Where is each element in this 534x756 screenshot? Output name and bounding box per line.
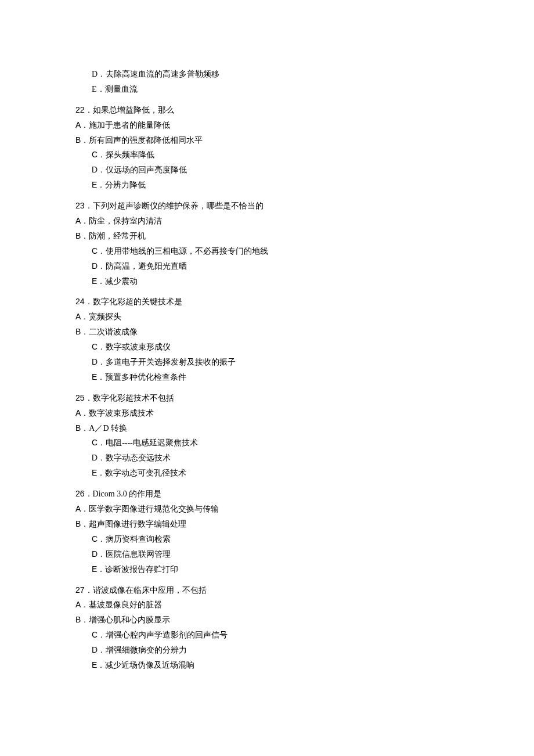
question-22: 22．如果总增益降低，那么A．施加于患者的能量降低B．所有回声的强度都降低相同水… <box>75 103 459 193</box>
option-b: B．所有回声的强度都降低相同水平 <box>75 133 459 148</box>
question-number: 24． <box>75 297 93 306</box>
question-stem-text: 数字化彩超技术不包括 <box>93 394 174 402</box>
option-label: B． <box>75 327 89 336</box>
option-label: A． <box>75 408 89 417</box>
option-text: 增强心肌和心内膜显示 <box>89 615 170 624</box>
option-a: A．施加于患者的能量降低 <box>75 118 459 133</box>
option-text: 减少近场伪像及近场混响 <box>105 661 194 669</box>
option-text: 探头频率降低 <box>106 150 154 159</box>
option-label: A． <box>75 120 89 129</box>
question-stem-text: 下列对超声诊断仪的维护保养，哪些是不恰当的 <box>93 201 264 210</box>
option-b: B．二次谐波成像 <box>75 325 459 340</box>
option-label: A． <box>75 600 89 609</box>
option-label: D． <box>92 645 106 654</box>
question-number: 22． <box>75 105 93 114</box>
option-text: 数字或波束形成仪 <box>106 343 171 351</box>
option-text: 多道电子开关选择发射及接收的振子 <box>106 358 236 366</box>
option-label: D． <box>92 549 106 559</box>
question-25: 25．数字化彩超技术不包括A．数字波束形成技术B．A／D 转换C．电阻----电… <box>75 391 459 481</box>
question-number: 25． <box>75 393 93 402</box>
option-e: E．减少震动 <box>75 274 459 289</box>
option-e: E．分辨力降低 <box>75 178 459 193</box>
option-highlight: C．电阻----电感延迟聚焦技 <box>92 438 190 447</box>
option-c: C．电阻----电感延迟聚焦技术 <box>75 435 459 451</box>
option-text: 防潮，经常开机 <box>89 232 146 240</box>
option-text: 增强细微病变的分辨力 <box>106 646 187 654</box>
option-label: B． <box>75 231 89 240</box>
option-b: B．超声图像进行数字编辑处理 <box>75 517 459 532</box>
question-number: 27． <box>75 585 93 595</box>
option-text: 预置多种优化检查条件 <box>105 373 186 381</box>
option-label: D． <box>92 261 106 271</box>
option-e: E．测量血流 <box>75 82 459 97</box>
option-text: 二次谐波成像 <box>89 327 138 336</box>
option-label: A． <box>75 216 89 225</box>
option-label: A． <box>75 504 89 513</box>
option-label: C． <box>92 534 106 543</box>
option-label: D． <box>92 357 106 366</box>
option-d: D．去除高速血流的高速多普勒频移 <box>75 67 459 82</box>
option-text: 医院信息联网管理 <box>106 550 171 559</box>
question-stem: 22．如果总增益降低，那么 <box>75 103 459 118</box>
question-stem: 25．数字化彩超技术不包括 <box>75 391 459 406</box>
option-label: D． <box>92 453 106 462</box>
option-text: 宽频探头 <box>89 312 121 321</box>
option-text: 减少震动 <box>105 277 138 286</box>
option-label: B． <box>75 423 89 433</box>
option-text: 基波显像良好的脏器 <box>89 600 162 609</box>
option-e: E．诊断波报告存贮打印 <box>75 562 459 577</box>
option-b: B．增强心肌和心内膜显示 <box>75 613 459 628</box>
option-d: D．数字动态变远技术 <box>75 451 459 466</box>
option-text: 数字动态变远技术 <box>106 453 171 462</box>
option-text: 超声图像进行数字编辑处理 <box>89 520 186 528</box>
option-highlight: C．数字或波束形成仪 <box>92 343 171 351</box>
question-number: 23． <box>75 201 93 210</box>
option-e: E．数字动态可变孔径技术 <box>75 466 459 481</box>
option-c: C．增强心腔内声学造影剂的回声信号 <box>75 628 459 643</box>
option-d: D．医院信息联网管理 <box>75 547 459 562</box>
option-c: C．探头频率降低 <box>75 147 459 163</box>
option-text: 所有回声的强度都降低相同水平 <box>89 136 203 145</box>
option-text: 医学数字图像进行规范化交换与传输 <box>89 505 219 513</box>
option-label: E． <box>92 660 105 669</box>
option-label: E． <box>92 372 105 381</box>
option-e: E．预置多种优化检查条件 <box>75 370 459 385</box>
option-text: 仅远场的回声亮度降低 <box>106 165 187 174</box>
option-highlight: A．基波显像良好的脏器 <box>75 600 162 609</box>
question-27: 27．谐波成像在临床中应用，不包括A．基波显像良好的脏器B．增强心肌和心内膜显示… <box>75 583 459 673</box>
option-e: E．减少近场伪像及近场混响 <box>75 658 459 673</box>
option-text: 电阻----电感延迟聚焦技 <box>106 438 190 447</box>
question-stem-text: 数字化彩超的关键技术是 <box>93 297 182 306</box>
option-b: B．防潮，经常开机 <box>75 229 459 244</box>
questions-container: 22．如果总增益降低，那么A．施加于患者的能量降低B．所有回声的强度都降低相同水… <box>75 103 459 673</box>
option-tail: 术 <box>190 438 198 447</box>
question-stem: 26．Dicom 3.0 的作用是 <box>75 487 459 502</box>
option-label: B． <box>75 615 89 624</box>
option-label: C． <box>92 438 106 447</box>
question-stem: 27．谐波成像在临床中应用，不包括 <box>75 583 459 598</box>
question-number: 26． <box>75 489 93 498</box>
option-tail: 线 <box>260 247 268 255</box>
option-text: 增强心腔内声学造影剂的回声信号 <box>106 631 228 639</box>
option-a: A．宽频探头 <box>75 309 459 325</box>
option-a: A．数字波束形成技术 <box>75 406 459 421</box>
option-d: D．增强细微病变的分辨力 <box>75 643 459 658</box>
option-text: 防高温，避免阳光直晒 <box>106 262 187 271</box>
option-text: 使用带地线的三相电源，不必再接专门的地 <box>106 247 260 255</box>
option-label: D． <box>92 165 106 174</box>
option-c: C．使用带地线的三相电源，不必再接专门的地线 <box>75 244 459 259</box>
option-text: 数字动态可变孔径技术 <box>105 469 186 477</box>
option-text: 分辨力降低 <box>105 181 146 189</box>
question-stem-text: Dicom 3.0 的作用是 <box>93 489 162 498</box>
option-text: 诊断波报告存贮打印 <box>105 565 178 574</box>
option-c: C．病历资料查询检索 <box>75 532 459 547</box>
option-label: B． <box>75 135 89 145</box>
option-d: D．多道电子开关选择发射及接收的振子 <box>75 355 459 370</box>
option-label: B． <box>75 519 89 528</box>
option-a: A．防尘，保持室内清洁 <box>75 214 459 229</box>
option-highlight: C．使用带地线的三相电源，不必再接专门的地 <box>92 247 260 255</box>
question-stem-text: 谐波成像在临床中应用，不包括 <box>93 586 207 595</box>
option-label: C． <box>92 150 106 159</box>
option-a: A．医学数字图像进行规范化交换与传输 <box>75 502 459 517</box>
option-text: 防尘，保持室内清洁 <box>89 217 162 225</box>
